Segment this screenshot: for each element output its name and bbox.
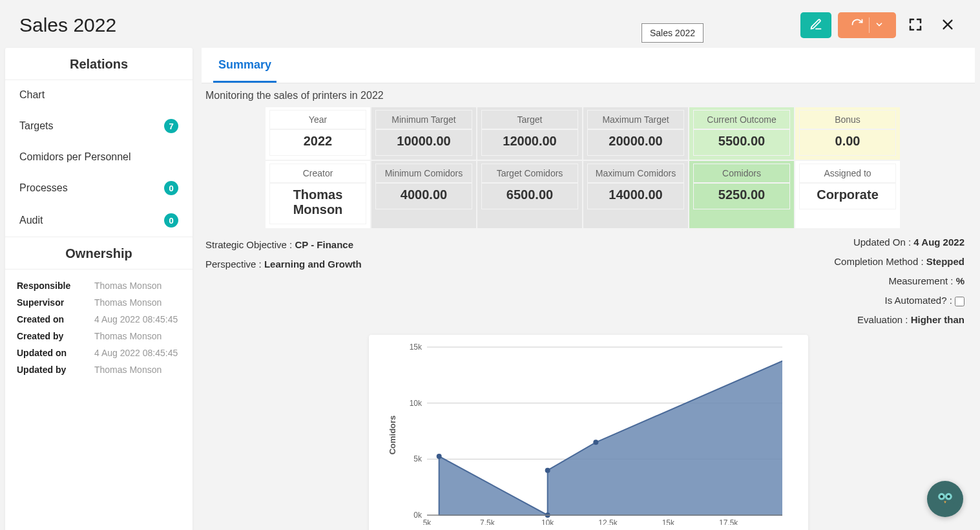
assistant-fab[interactable]: [927, 481, 963, 517]
svg-point-19: [545, 468, 550, 473]
metric-header: Minimum Target: [375, 110, 472, 129]
tab-summary[interactable]: Summary: [213, 48, 276, 83]
metric-header: Target Comidors: [481, 164, 578, 183]
metric-header: Maximum Comidors: [587, 164, 684, 183]
metric-value: 5250.00: [693, 183, 790, 209]
metric-header: Target: [481, 110, 578, 129]
svg-text:17.5k: 17.5k: [718, 518, 738, 525]
svg-text:12.5k: 12.5k: [598, 518, 618, 525]
sidebar-item-label: Processes: [19, 182, 68, 194]
page-title: Sales 2022: [19, 14, 641, 36]
chart-card: Comidors 0k5k10k15k5k7.5k10k12.5k15k17.5…: [369, 335, 808, 530]
svg-point-27: [947, 495, 950, 498]
automated-checkbox[interactable]: [955, 297, 964, 306]
tab-bar: Summary: [202, 48, 975, 83]
meta-right: Updated On : 4 Aug 2022 Completion Metho…: [834, 229, 975, 330]
svg-point-17: [436, 454, 441, 459]
svg-text:5k: 5k: [422, 518, 432, 525]
close-button[interactable]: [935, 12, 961, 38]
metric-header: Year: [269, 110, 366, 129]
svg-text:10k: 10k: [409, 399, 422, 408]
ownership-row: Created byThomas Monson: [17, 328, 181, 344]
sidebar-item-label: Targets: [19, 120, 53, 132]
metric-value: 5500.00: [693, 129, 790, 156]
svg-text:7.5k: 7.5k: [479, 518, 495, 525]
ownership-row: Created on4 Aug 2022 08:45:45: [17, 311, 181, 328]
sidebar-item-targets[interactable]: Targets 7: [5, 110, 193, 142]
edit-button[interactable]: [800, 12, 831, 38]
svg-text:15k: 15k: [409, 344, 422, 352]
audit-count-badge: 0: [164, 213, 178, 228]
sidebar-item-label: Comidors per Personnel: [19, 151, 131, 163]
metric-header: Maximum Target: [587, 110, 684, 129]
meta-left: Strategic Objective : CP - Finance Persp…: [202, 229, 362, 274]
processes-count-badge: 0: [164, 181, 178, 195]
metric-header: Creator: [269, 164, 366, 183]
relations-title: Relations: [5, 48, 193, 80]
ownership-row: ResponsibleThomas Monson: [17, 277, 181, 294]
svg-text:5k: 5k: [413, 454, 422, 463]
ownership-row: Updated on4 Aug 2022 08:45:45: [17, 344, 181, 361]
fullscreen-button[interactable]: [902, 12, 928, 38]
metric-header: Comidors: [693, 164, 790, 183]
svg-point-26: [940, 495, 943, 498]
targets-count-badge: 7: [164, 119, 178, 133]
close-icon: [941, 17, 955, 34]
metric-value: 10000.00: [375, 129, 472, 156]
main-panel: Summary Monitoring the sales of printers…: [202, 48, 975, 530]
sidebar-item-label: Chart: [19, 89, 45, 101]
sidebar: Relations Chart Targets 7 Comidors per P…: [5, 48, 193, 530]
metric-header: Bonus: [799, 110, 896, 129]
metric-value: 2022: [269, 129, 366, 156]
expand-icon: [908, 17, 923, 34]
metric-value: 6500.00: [481, 183, 578, 209]
pencil-icon: [809, 18, 822, 33]
sidebar-item-processes[interactable]: Processes 0: [5, 172, 193, 204]
title-tag: Sales 2022: [641, 23, 704, 43]
metric-header: Current Outcome: [693, 110, 790, 129]
sidebar-item-audit[interactable]: Audit 0: [5, 204, 193, 237]
metric-header: Assigned to: [799, 164, 896, 183]
sidebar-item-comidors[interactable]: Comidors per Personnel: [5, 142, 193, 172]
description: Monitoring the sales of printers in 2022: [202, 83, 975, 107]
sidebar-item-label: Audit: [19, 215, 43, 226]
ownership-panel: ResponsibleThomas Monson SupervisorThoma…: [5, 270, 193, 388]
owl-icon: [933, 486, 957, 512]
svg-text:0k: 0k: [413, 511, 422, 520]
refresh-icon: [851, 18, 864, 33]
svg-text:10k: 10k: [541, 518, 554, 525]
chevron-down-icon: [875, 20, 884, 31]
refresh-dropdown-button[interactable]: [838, 12, 896, 38]
svg-point-23: [935, 487, 955, 508]
ownership-title: Ownership: [5, 237, 193, 270]
metric-value: 14000.00: [587, 183, 684, 209]
metric-value: 20000.00: [587, 129, 684, 156]
metric-value: Corporate: [799, 183, 896, 209]
sidebar-item-chart[interactable]: Chart: [5, 80, 193, 110]
svg-point-20: [593, 440, 598, 445]
metrics-table: Year2022 Minimum Target10000.00 Target12…: [265, 107, 975, 229]
metric-header: Minimum Comidors: [375, 164, 472, 183]
ownership-row: SupervisorThomas Monson: [17, 294, 181, 311]
metric-value: 12000.00: [481, 129, 578, 156]
ownership-row: Updated byThomas Monson: [17, 361, 181, 378]
metric-value: 4000.00: [375, 183, 472, 209]
chart-ylabel: Comidors: [387, 416, 397, 455]
metric-value: Thomas Monson: [269, 183, 366, 224]
svg-text:15k: 15k: [662, 518, 674, 525]
comidors-chart: 0k5k10k15k5k7.5k10k12.5k15k17.5k20k: [401, 344, 782, 525]
metric-value: 0.00: [799, 129, 896, 156]
